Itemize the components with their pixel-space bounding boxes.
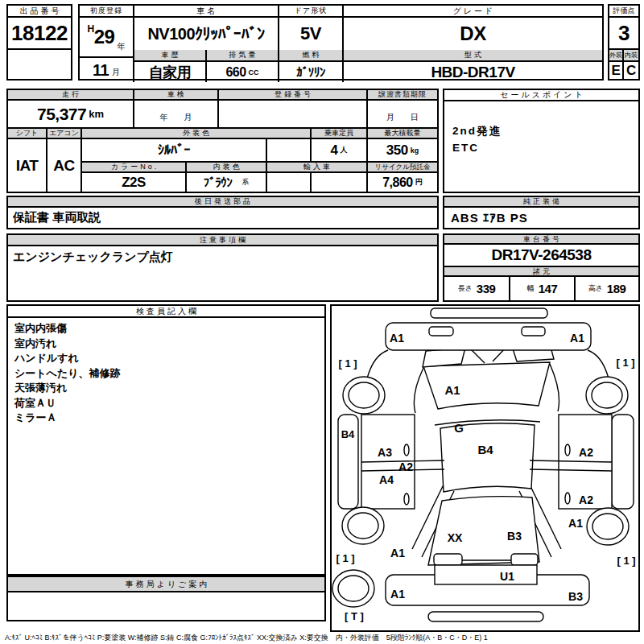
import-sub-cell-2 xyxy=(312,173,368,192)
marker-rear-right: [ 1 ] xyxy=(617,555,635,567)
mileage-label: 走行 xyxy=(8,90,134,101)
right-front-door-damage-label: A2 xyxy=(579,446,593,459)
mileage-value: 75,377km xyxy=(8,101,134,129)
first-reg-month-cell: 11 月 xyxy=(80,58,134,82)
lot-number-label: 出品番号 xyxy=(8,6,71,18)
auction-sheet: 出品番号 18122 初度登録 車名 ドア形状 グレード H 29 年 11 月… xyxy=(0,0,644,644)
interior-grade-label: 内装 xyxy=(624,50,638,62)
chassis-box: 車台番号 DR17V-264538 諸元 長さ339 幅147 高さ189 xyxy=(443,233,640,302)
right-headlight xyxy=(522,327,545,336)
lot-number-value: 18122 xyxy=(8,18,71,50)
chassis-value: DR17V-264538 xyxy=(444,245,638,267)
inspector-note: 荷室ＡＵ xyxy=(14,396,121,411)
interior-color-value: ﾌﾞﾗｳﾝ系 xyxy=(187,173,267,192)
front-bumper xyxy=(431,308,547,318)
dimension-width: 幅147 xyxy=(510,277,576,300)
payload-value: 350kg xyxy=(368,139,437,163)
exterior-color-label: 外装色 xyxy=(82,129,312,139)
right-front-door-handle xyxy=(565,444,570,456)
inspector-note: ハンドルすれ xyxy=(14,351,121,366)
left-taillight xyxy=(434,554,462,565)
exterior-color-sub-cell xyxy=(267,139,312,163)
color-no-label: カラーNo. xyxy=(82,163,187,173)
history-label: 車歴 xyxy=(134,50,207,62)
exterior-grade-label: 外装 xyxy=(609,50,624,62)
windshield-damage-label: G xyxy=(454,421,464,435)
import-sub-cell-1 xyxy=(267,173,312,192)
left-inner-pillar-line xyxy=(414,368,423,413)
inspection-label: 車検 xyxy=(134,90,219,101)
bumper-left-damage-label: A1 xyxy=(390,588,405,601)
damage-diagram-box: A1 A1 [ 1 ] [ 1 ] A1 G B4 A3 A2 A4 B4 A2… xyxy=(330,304,640,632)
factory-equipment-value: ABS ｴｱB PS xyxy=(451,208,634,228)
right-rear-door-damage-label: A2 xyxy=(579,493,593,506)
fuel-label: 燃料 xyxy=(279,50,344,62)
inspection-value: 年 月 xyxy=(134,101,219,129)
exterior-color-value: ｼﾙﾊﾞｰ xyxy=(82,139,267,163)
displacement-label: 排気量 xyxy=(207,50,279,62)
sales-point-item: 2nd発進 xyxy=(452,122,502,139)
capacity-label: 乗車定員 xyxy=(312,129,368,139)
spare-tire xyxy=(332,570,374,607)
car-top-view-diagram: A1 A1 [ 1 ] [ 1 ] A1 G B4 A3 A2 A4 B4 A2… xyxy=(332,306,638,630)
front-left-damage-label: A1 xyxy=(390,332,404,345)
left-rear-door-handle xyxy=(404,493,409,505)
fuel-value: ｶﾞｿﾘﾝ xyxy=(279,62,344,82)
interior-color-label: 内装色 xyxy=(187,163,267,173)
front-right-wheel xyxy=(586,377,628,414)
sales-points-label: セールスポイント xyxy=(444,90,638,101)
bonnet-damage-label: A1 xyxy=(444,383,460,397)
office-notice-label: 事務局よりご案内 xyxy=(8,577,324,592)
color-no-value: Z2S xyxy=(82,173,187,192)
roof-damage-label: B4 xyxy=(477,443,493,456)
left-front-door-handle xyxy=(404,444,409,456)
shift-value: IAT xyxy=(8,139,47,192)
right-side-strip xyxy=(612,415,634,509)
inspector-note: ミラーＡ xyxy=(14,411,121,426)
inspector-notes-box: 検査員記入欄 室内内張傷 室内汚れ ハンドルすれ シートへたり、補修跡 天張薄汚… xyxy=(6,304,326,576)
shift-label: シフト xyxy=(8,129,47,139)
left-headlight xyxy=(429,327,453,336)
first-reg-label: 初度登録 xyxy=(80,6,134,18)
interior-grade-value: C xyxy=(624,62,638,79)
import-label: 輸入車 xyxy=(267,163,368,173)
right-inner-pillar-line xyxy=(550,364,559,411)
lot-number-box: 出品番号 18122 xyxy=(6,4,72,80)
right-taillight xyxy=(511,554,538,565)
score-label: 評価点 xyxy=(609,6,638,18)
model-code-label: 型式 xyxy=(344,50,602,62)
sales-points-box: セールスポイント 2nd発進 ETC xyxy=(443,89,640,193)
later-shipping-value: 保証書 車両取説 xyxy=(13,208,431,228)
left-rear-door-damage-label: A4 xyxy=(379,473,394,486)
inspector-notes-list: 室内内張傷 室内汚れ ハンドルすれ シートへたり、補修跡 天張薄汚れ 荷室ＡＵ … xyxy=(14,321,121,426)
reg-number-label: 登録番号 xyxy=(219,90,368,101)
exterior-grade-value: E xyxy=(609,62,624,79)
office-notice-box: 事務局よりご案内 xyxy=(6,576,326,621)
capacity-value: 4人 xyxy=(312,139,368,163)
cautions-label: 注意事項欄 xyxy=(8,235,437,246)
score-box: 評価点 3 外装 内装 E C xyxy=(608,4,640,80)
displacement-value: 660CC xyxy=(207,62,279,82)
left-front-door-damage-label: A3 xyxy=(378,446,392,459)
rear-right-wheel xyxy=(587,508,629,545)
sales-points-list: 2nd発進 ETC xyxy=(452,122,502,156)
door-shape-value: 5V xyxy=(279,18,344,50)
legend-text: A:ｷｽﾞ U:ﾍｺﾐ B:ｷｽﾞを伴うﾍｺﾐ P:要塗装 W:補修跡 S:錆 … xyxy=(5,633,642,643)
marker-front-right: [ 1 ] xyxy=(616,357,634,369)
left-pillar-damage-label: A2 xyxy=(398,460,413,473)
score-value: 3 xyxy=(609,18,638,50)
spec-box: 走行 車検 登録番号 譲渡書類期限 75,377km 年 月 月 日 シフト エ… xyxy=(6,89,439,193)
car-name-label: 車名 xyxy=(134,6,279,18)
marker-rear-left: [ 1 ] xyxy=(336,552,354,564)
windshield-panel xyxy=(423,362,550,409)
marker-front-left: [ 1 ] xyxy=(338,357,357,369)
inspector-note: 室内汚れ xyxy=(14,336,121,352)
right-rear-door-handle xyxy=(565,493,570,504)
first-reg-year-cell: H 29 年 xyxy=(80,18,134,58)
later-shipping-label: 後日発送部品 xyxy=(8,197,437,208)
front-right-damage-label: A1 xyxy=(570,332,584,345)
inspector-note: 室内内張傷 xyxy=(14,321,121,336)
cautions-box: 注意事項欄 エンジンチェックランプ点灯 xyxy=(6,233,439,302)
vehicle-header-box: 初度登録 車名 ドア形状 グレード H 29 年 11 月 NV100ｸﾘｯﾊﾟ… xyxy=(78,4,604,80)
history-value: 自家用 xyxy=(134,62,207,82)
